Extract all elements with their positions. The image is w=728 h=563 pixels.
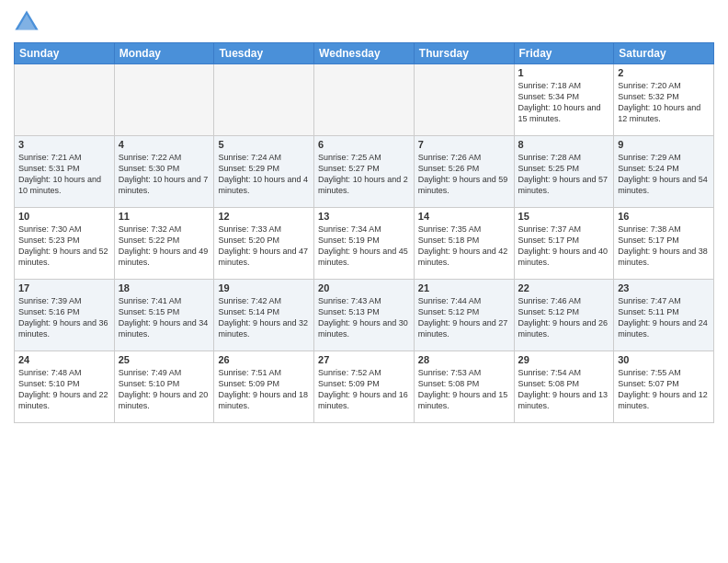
day-info: Sunrise: 7:33 AM Sunset: 5:20 PM Dayligh… bbox=[218, 224, 310, 269]
weekday-header-wednesday: Wednesday bbox=[314, 43, 415, 64]
day-info: Sunrise: 7:24 AM Sunset: 5:29 PM Dayligh… bbox=[218, 152, 310, 197]
page-container: SundayMondayTuesdayWednesdayThursdayFrid… bbox=[0, 0, 728, 563]
calendar-header-row: SundayMondayTuesdayWednesdayThursdayFrid… bbox=[15, 43, 714, 64]
day-number: 16 bbox=[618, 211, 710, 222]
weekday-header-sunday: Sunday bbox=[15, 43, 115, 64]
logo bbox=[14, 9, 43, 35]
calendar-cell bbox=[314, 64, 415, 136]
calendar-cell: 24Sunrise: 7:48 AM Sunset: 5:10 PM Dayli… bbox=[15, 351, 115, 423]
calendar-cell: 27Sunrise: 7:52 AM Sunset: 5:09 PM Dayli… bbox=[314, 351, 415, 423]
day-info: Sunrise: 7:35 AM Sunset: 5:18 PM Dayligh… bbox=[418, 224, 510, 269]
day-number: 4 bbox=[119, 139, 210, 150]
day-number: 3 bbox=[18, 139, 110, 150]
weekday-header-saturday: Saturday bbox=[614, 43, 714, 64]
calendar-cell: 1Sunrise: 7:18 AM Sunset: 5:34 PM Daylig… bbox=[514, 64, 614, 136]
day-info: Sunrise: 7:32 AM Sunset: 5:22 PM Dayligh… bbox=[119, 224, 210, 269]
calendar-cell: 26Sunrise: 7:51 AM Sunset: 5:09 PM Dayli… bbox=[214, 351, 314, 423]
calendar-cell: 22Sunrise: 7:46 AM Sunset: 5:12 PM Dayli… bbox=[514, 280, 614, 351]
day-info: Sunrise: 7:39 AM Sunset: 5:16 PM Dayligh… bbox=[18, 295, 110, 340]
calendar-week-row: 1Sunrise: 7:18 AM Sunset: 5:34 PM Daylig… bbox=[15, 64, 714, 136]
calendar-cell: 20Sunrise: 7:43 AM Sunset: 5:13 PM Dayli… bbox=[314, 280, 415, 351]
calendar-week-row: 24Sunrise: 7:48 AM Sunset: 5:10 PM Dayli… bbox=[15, 351, 714, 423]
calendar-cell: 2Sunrise: 7:20 AM Sunset: 5:32 PM Daylig… bbox=[614, 64, 714, 136]
day-number: 15 bbox=[518, 211, 610, 222]
weekday-header-friday: Friday bbox=[514, 43, 614, 64]
calendar-cell: 6Sunrise: 7:25 AM Sunset: 5:27 PM Daylig… bbox=[314, 136, 415, 208]
calendar-cell bbox=[414, 64, 514, 136]
day-number: 25 bbox=[119, 354, 210, 365]
calendar-cell: 19Sunrise: 7:42 AM Sunset: 5:14 PM Dayli… bbox=[214, 280, 314, 351]
calendar-cell: 21Sunrise: 7:44 AM Sunset: 5:12 PM Dayli… bbox=[414, 280, 514, 351]
calendar-cell: 10Sunrise: 7:30 AM Sunset: 5:23 PM Dayli… bbox=[15, 208, 115, 280]
day-info: Sunrise: 7:22 AM Sunset: 5:30 PM Dayligh… bbox=[119, 152, 210, 197]
logo-icon bbox=[14, 9, 40, 35]
weekday-header-thursday: Thursday bbox=[414, 43, 514, 64]
day-info: Sunrise: 7:53 AM Sunset: 5:08 PM Dayligh… bbox=[418, 367, 510, 412]
day-info: Sunrise: 7:34 AM Sunset: 5:19 PM Dayligh… bbox=[318, 224, 410, 269]
calendar-cell: 17Sunrise: 7:39 AM Sunset: 5:16 PM Dayli… bbox=[15, 280, 115, 351]
day-number: 5 bbox=[218, 139, 310, 150]
day-number: 18 bbox=[119, 282, 210, 293]
day-info: Sunrise: 7:38 AM Sunset: 5:17 PM Dayligh… bbox=[618, 224, 710, 269]
day-info: Sunrise: 7:21 AM Sunset: 5:31 PM Dayligh… bbox=[18, 152, 110, 197]
day-info: Sunrise: 7:26 AM Sunset: 5:26 PM Dayligh… bbox=[418, 152, 510, 197]
day-info: Sunrise: 7:25 AM Sunset: 5:27 PM Dayligh… bbox=[318, 152, 410, 197]
day-info: Sunrise: 7:47 AM Sunset: 5:11 PM Dayligh… bbox=[618, 295, 710, 340]
day-info: Sunrise: 7:18 AM Sunset: 5:34 PM Dayligh… bbox=[518, 80, 610, 125]
day-info: Sunrise: 7:48 AM Sunset: 5:10 PM Dayligh… bbox=[18, 367, 110, 412]
calendar-cell: 12Sunrise: 7:33 AM Sunset: 5:20 PM Dayli… bbox=[214, 208, 314, 280]
calendar-cell: 25Sunrise: 7:49 AM Sunset: 5:10 PM Dayli… bbox=[114, 351, 214, 423]
calendar-week-row: 17Sunrise: 7:39 AM Sunset: 5:16 PM Dayli… bbox=[15, 280, 714, 351]
day-number: 6 bbox=[318, 139, 410, 150]
day-info: Sunrise: 7:42 AM Sunset: 5:14 PM Dayligh… bbox=[218, 295, 310, 340]
calendar-cell: 13Sunrise: 7:34 AM Sunset: 5:19 PM Dayli… bbox=[314, 208, 415, 280]
calendar-cell: 8Sunrise: 7:28 AM Sunset: 5:25 PM Daylig… bbox=[514, 136, 614, 208]
calendar-week-row: 10Sunrise: 7:30 AM Sunset: 5:23 PM Dayli… bbox=[15, 208, 714, 280]
day-info: Sunrise: 7:43 AM Sunset: 5:13 PM Dayligh… bbox=[318, 295, 410, 340]
calendar-cell bbox=[114, 64, 214, 136]
calendar-cell: 5Sunrise: 7:24 AM Sunset: 5:29 PM Daylig… bbox=[214, 136, 314, 208]
calendar-cell: 11Sunrise: 7:32 AM Sunset: 5:22 PM Dayli… bbox=[114, 208, 214, 280]
day-number: 26 bbox=[218, 354, 310, 365]
day-number: 17 bbox=[18, 282, 110, 293]
calendar-cell: 14Sunrise: 7:35 AM Sunset: 5:18 PM Dayli… bbox=[414, 208, 514, 280]
day-info: Sunrise: 7:51 AM Sunset: 5:09 PM Dayligh… bbox=[218, 367, 310, 412]
day-info: Sunrise: 7:30 AM Sunset: 5:23 PM Dayligh… bbox=[18, 224, 110, 269]
day-info: Sunrise: 7:29 AM Sunset: 5:24 PM Dayligh… bbox=[618, 152, 710, 197]
day-number: 14 bbox=[418, 211, 510, 222]
day-number: 28 bbox=[418, 354, 510, 365]
calendar-cell: 15Sunrise: 7:37 AM Sunset: 5:17 PM Dayli… bbox=[514, 208, 614, 280]
day-info: Sunrise: 7:37 AM Sunset: 5:17 PM Dayligh… bbox=[518, 224, 610, 269]
day-number: 21 bbox=[418, 282, 510, 293]
day-number: 23 bbox=[618, 282, 710, 293]
calendar-cell bbox=[214, 64, 314, 136]
day-info: Sunrise: 7:49 AM Sunset: 5:10 PM Dayligh… bbox=[119, 367, 210, 412]
calendar-cell bbox=[15, 64, 115, 136]
calendar-cell: 9Sunrise: 7:29 AM Sunset: 5:24 PM Daylig… bbox=[614, 136, 714, 208]
weekday-header-monday: Monday bbox=[114, 43, 214, 64]
day-number: 9 bbox=[618, 139, 710, 150]
calendar-table: SundayMondayTuesdayWednesdayThursdayFrid… bbox=[14, 42, 714, 423]
day-number: 29 bbox=[518, 354, 610, 365]
day-number: 20 bbox=[318, 282, 410, 293]
day-number: 7 bbox=[418, 139, 510, 150]
day-number: 13 bbox=[318, 211, 410, 222]
page-header bbox=[14, 9, 714, 35]
day-info: Sunrise: 7:28 AM Sunset: 5:25 PM Dayligh… bbox=[518, 152, 610, 197]
day-number: 2 bbox=[618, 67, 710, 78]
day-info: Sunrise: 7:54 AM Sunset: 5:08 PM Dayligh… bbox=[518, 367, 610, 412]
day-number: 11 bbox=[119, 211, 210, 222]
day-info: Sunrise: 7:44 AM Sunset: 5:12 PM Dayligh… bbox=[418, 295, 510, 340]
day-number: 24 bbox=[18, 354, 110, 365]
weekday-header-tuesday: Tuesday bbox=[214, 43, 314, 64]
calendar-cell: 30Sunrise: 7:55 AM Sunset: 5:07 PM Dayli… bbox=[614, 351, 714, 423]
calendar-cell: 23Sunrise: 7:47 AM Sunset: 5:11 PM Dayli… bbox=[614, 280, 714, 351]
day-number: 1 bbox=[518, 67, 610, 78]
day-number: 27 bbox=[318, 354, 410, 365]
calendar-cell: 3Sunrise: 7:21 AM Sunset: 5:31 PM Daylig… bbox=[15, 136, 115, 208]
day-number: 12 bbox=[218, 211, 310, 222]
calendar-week-row: 3Sunrise: 7:21 AM Sunset: 5:31 PM Daylig… bbox=[15, 136, 714, 208]
calendar-cell: 4Sunrise: 7:22 AM Sunset: 5:30 PM Daylig… bbox=[114, 136, 214, 208]
day-number: 10 bbox=[18, 211, 110, 222]
day-info: Sunrise: 7:20 AM Sunset: 5:32 PM Dayligh… bbox=[618, 80, 710, 125]
